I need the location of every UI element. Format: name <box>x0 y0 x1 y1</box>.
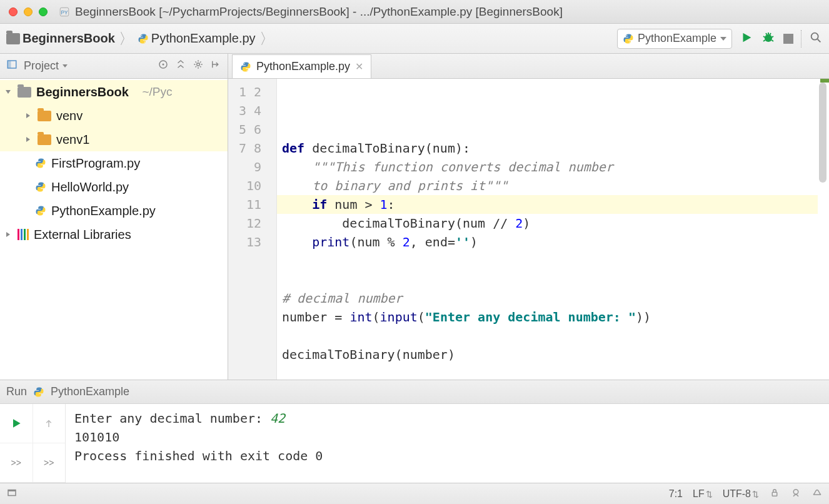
close-tab-icon[interactable]: ✕ <box>355 61 363 73</box>
svg-point-7 <box>811 33 818 40</box>
breadcrumb: BeginnersBook 〉 PythonExample.py 〉 <box>6 29 276 49</box>
file-encoding[interactable]: UTF-8 <box>723 488 759 500</box>
tree-item-folder[interactable]: venv1 <box>0 128 228 151</box>
code-text[interactable]: def decimalToBinary(num): """This functi… <box>277 79 829 380</box>
caret-position[interactable]: 7:1 <box>669 488 683 500</box>
svg-point-12 <box>197 63 200 66</box>
python-file-icon <box>35 205 46 216</box>
navigation-toolbar: BeginnersBook 〉 PythonExample.py 〉 Pytho… <box>0 24 829 54</box>
svg-text:PY: PY <box>61 9 68 15</box>
run-tool-config-name: PythonExample <box>51 385 129 398</box>
svg-point-5 <box>629 41 630 43</box>
breadcrumb-separator: 〉 <box>118 29 135 49</box>
console-output[interactable]: Enter any decimal number: 42 101010 Proc… <box>66 404 829 483</box>
debug-button[interactable] <box>761 30 776 47</box>
search-button[interactable] <box>809 31 823 46</box>
svg-rect-9 <box>8 61 11 68</box>
hide-tool-icon[interactable] <box>210 59 221 73</box>
tree-item-label: PythonExample.py <box>51 204 156 218</box>
tree-item-file[interactable]: HelloWorld.py <box>0 175 228 199</box>
tree-item-file[interactable]: PythonExample.py <box>0 199 228 223</box>
up-stack-button[interactable] <box>33 404 66 443</box>
run-toolbar: >> >> <box>0 404 66 483</box>
svg-point-14 <box>247 69 248 71</box>
folder-icon <box>38 134 51 145</box>
zoom-window-button[interactable] <box>39 8 48 16</box>
tree-root-path: ~/Pyc <box>142 85 172 99</box>
python-file-icon <box>138 33 149 44</box>
svg-point-19 <box>793 489 798 494</box>
tree-item-folder[interactable]: venv <box>0 104 228 128</box>
python-file-icon <box>240 61 251 73</box>
rerun-button[interactable] <box>0 404 33 443</box>
svg-rect-17 <box>8 490 16 491</box>
tree-item-label: HelloWorld.py <box>51 180 129 194</box>
expand-arrow-icon[interactable] <box>4 231 13 238</box>
main-content: BeginnersBook ~/Pyc venv venv1 FirstProg… <box>0 79 829 380</box>
code-area[interactable]: 1 2 3 4 5 6 7 8 9 10 11 12 13 def decima… <box>228 79 829 380</box>
editor-tab-label: PythonExample.py <box>256 60 350 73</box>
python-file-icon <box>35 181 46 193</box>
tree-item-label: venv <box>56 109 83 123</box>
tool-windows-icon[interactable] <box>6 487 18 501</box>
chevron-down-icon <box>63 64 68 68</box>
close-window-button[interactable] <box>9 8 18 16</box>
window-controls <box>9 8 54 16</box>
svg-rect-18 <box>772 492 777 496</box>
run-tool-header: Run PythonExample <box>0 380 829 404</box>
settings-gear-icon[interactable] <box>193 59 204 73</box>
toolbar-divider <box>801 30 801 48</box>
folder-icon <box>18 87 31 98</box>
inspector-icon[interactable] <box>790 487 801 501</box>
svg-point-4 <box>626 35 628 36</box>
tree-item-label: External Libraries <box>34 228 131 242</box>
run-configuration-label: PythonExample <box>638 32 716 45</box>
minimize-window-button[interactable] <box>24 8 33 16</box>
more-button[interactable]: >> <box>0 443 33 483</box>
status-bar: 7:1 LF UTF-8 <box>0 483 829 504</box>
svg-point-11 <box>163 64 164 66</box>
project-view-icon[interactable] <box>6 59 18 73</box>
expand-arrow-icon[interactable] <box>24 136 33 143</box>
breadcrumb-separator: 〉 <box>258 29 276 49</box>
project-tool-header: Project <box>0 54 228 78</box>
svg-point-3 <box>144 41 145 43</box>
run-configuration-selector[interactable]: PythonExample <box>617 29 732 49</box>
project-tree: BeginnersBook ~/Pyc venv venv1 FirstProg… <box>0 79 228 380</box>
editor-tabs: PythonExample.py ✕ <box>228 54 371 78</box>
notifications-icon[interactable] <box>811 487 823 501</box>
svg-point-13 <box>244 63 245 64</box>
app-icon: PY <box>59 6 70 18</box>
tree-item-label: FirstProgram.py <box>51 156 140 171</box>
lock-icon[interactable] <box>769 487 780 501</box>
python-file-icon <box>35 158 46 169</box>
expand-arrow-icon[interactable] <box>4 89 13 95</box>
project-tool-label[interactable]: Project <box>24 59 59 73</box>
run-tool-title: Run <box>6 385 27 398</box>
line-gutter: 1 2 3 4 5 6 7 8 9 10 11 12 13 <box>228 79 277 380</box>
folder-icon <box>6 33 20 44</box>
tree-root[interactable]: BeginnersBook ~/Pyc <box>0 80 228 104</box>
more-button[interactable]: >> <box>33 443 66 483</box>
breadcrumb-file[interactable]: PythonExample.py <box>151 31 256 46</box>
tree-external-libraries[interactable]: External Libraries <box>0 223 228 246</box>
expand-arrow-icon[interactable] <box>24 113 33 119</box>
tool-window-bar: Project PythonExample.py ✕ <box>0 54 829 79</box>
run-button[interactable] <box>740 31 753 46</box>
editor: 1 2 3 4 5 6 7 8 9 10 11 12 13 def decima… <box>228 79 829 380</box>
svg-point-6 <box>765 34 772 42</box>
collapse-all-icon[interactable] <box>175 59 186 73</box>
folder-icon <box>38 111 51 121</box>
line-separator[interactable]: LF <box>693 488 713 500</box>
tree-item-label: venv1 <box>56 133 89 147</box>
python-file-icon <box>33 386 44 398</box>
scroll-from-source-icon[interactable] <box>158 59 169 73</box>
chevron-down-icon <box>720 37 726 41</box>
editor-tab[interactable]: PythonExample.py ✕ <box>232 54 371 78</box>
stop-button[interactable] <box>783 34 793 44</box>
tree-item-file[interactable]: FirstProgram.py <box>0 151 228 175</box>
marker[interactable] <box>820 79 829 83</box>
breadcrumb-project[interactable]: BeginnersBook <box>23 31 115 46</box>
title-bar: PY BeginnersBook [~/PycharmProjects/Begi… <box>0 0 829 24</box>
libraries-icon <box>18 229 29 240</box>
